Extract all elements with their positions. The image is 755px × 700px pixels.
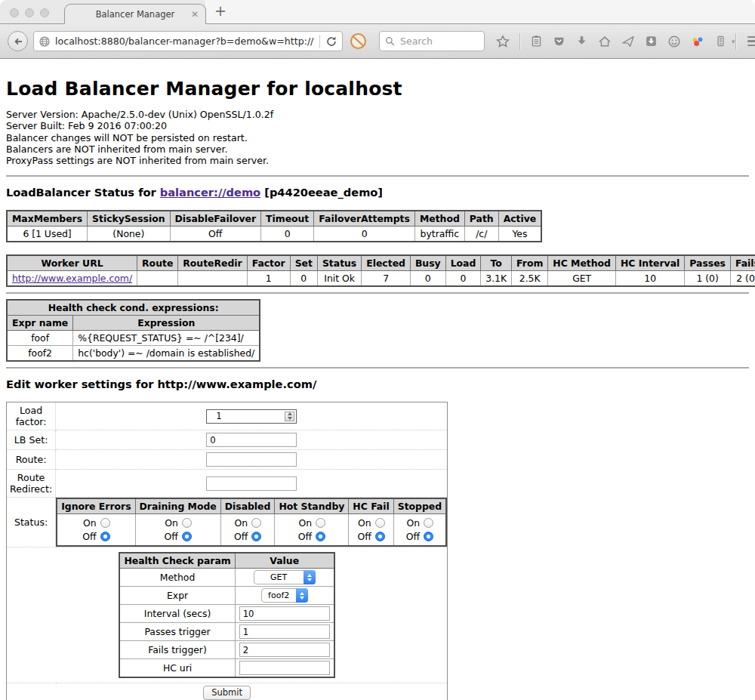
data-cell: 0: [314, 227, 415, 242]
divider: [6, 175, 749, 177]
save-page-icon[interactable]: [645, 35, 658, 48]
header-cell: Hot Standby: [275, 498, 349, 514]
form-row: HC uri: [119, 659, 334, 678]
send-icon[interactable]: [621, 35, 635, 48]
header-cell: Method: [414, 211, 464, 227]
expr-select[interactable]: foof2: [261, 588, 308, 603]
download-icon[interactable]: [575, 35, 588, 48]
search-bar[interactable]: [379, 31, 485, 51]
header-cell: HC Fail: [349, 498, 393, 514]
menu-icon[interactable]: [747, 36, 755, 46]
passes-input[interactable]: [239, 624, 330, 639]
data-cell: 1 (0): [685, 271, 731, 287]
back-icon: [12, 35, 24, 48]
expr-name-cell: foof: [7, 331, 73, 346]
radio-unselected[interactable]: [100, 518, 110, 528]
interval-input[interactable]: [239, 606, 330, 621]
radio-unselected[interactable]: [182, 518, 192, 528]
header-cell: Passes: [685, 255, 731, 271]
zoom-window-icon[interactable]: [40, 8, 49, 17]
passes-label: Passes trigger: [119, 623, 235, 641]
toolbar-divider: [519, 33, 520, 50]
health-check-params-cell: Health Check param Value Method GET: [7, 547, 448, 683]
data-cell: 0: [290, 271, 317, 287]
load-factor-input[interactable]: [214, 410, 289, 423]
home-icon[interactable]: [598, 35, 612, 48]
radio-selected[interactable]: [375, 532, 385, 541]
radio-label: On: [406, 517, 420, 529]
header-cell: Ignore Errors: [57, 498, 135, 514]
radio-unselected[interactable]: [375, 518, 385, 528]
submit-button[interactable]: Submit: [203, 686, 251, 700]
balancer-link[interactable]: balancer://demo: [160, 186, 260, 199]
table-header-row: Expr name Expression: [7, 316, 260, 331]
header-cell: Fails: [730, 255, 755, 271]
reload-icon[interactable]: [325, 35, 337, 48]
header-cell: Elected: [362, 255, 411, 271]
header-cell: Stopped: [393, 498, 446, 514]
edit-worker-form: Load factor: LB Set: Route: Route Redire…: [6, 402, 448, 700]
radio-selected[interactable]: [182, 532, 192, 541]
search-input[interactable]: [399, 35, 479, 48]
route-redirect-input[interactable]: [206, 476, 297, 491]
server-built-line: Server Built: Feb 9 2016 07:00:20: [6, 120, 749, 131]
data-cell: 0: [410, 271, 445, 287]
route-cell: [56, 450, 448, 470]
expr-value-cell: hc('body') =~ /domain is established/: [73, 346, 260, 362]
url-text[interactable]: localhost:8880/balancer-manager?b=demo&w…: [55, 35, 314, 47]
data-cell: 6 [1 Used]: [7, 227, 88, 242]
new-tab-button[interactable]: +: [214, 2, 226, 19]
data-cell: 2.5K: [512, 271, 548, 287]
header-cell: DisableFailover: [170, 211, 261, 227]
data-cell: Off: [170, 227, 261, 242]
radio-unselected[interactable]: [251, 518, 261, 528]
browser-tab[interactable]: Balancer Manager ✕: [64, 4, 206, 24]
hc-uri-input[interactable]: [239, 661, 330, 675]
heading-text: [p4420eeae_demo]: [260, 186, 383, 199]
url-bar[interactable]: localhost:8880/balancer-manager?b=demo&w…: [33, 31, 343, 51]
fails-cell: [235, 641, 334, 659]
clipboard-icon[interactable]: [530, 35, 543, 48]
worker-url-link[interactable]: http://www.example.com/: [12, 273, 132, 284]
table-row: 6 [1 Used] (None) Off 0 0 bytraffic /c/ …: [7, 227, 541, 242]
smiley-icon[interactable]: [667, 35, 681, 48]
radio-unselected[interactable]: [316, 518, 325, 528]
pocket-icon[interactable]: [553, 35, 565, 48]
data-cell: Init Ok: [317, 271, 361, 287]
radio-selected[interactable]: [251, 532, 261, 541]
radio-selected[interactable]: [100, 532, 110, 541]
header-cell: Status: [317, 255, 361, 271]
fails-input[interactable]: [239, 643, 330, 657]
tab-close-icon[interactable]: ✕: [191, 9, 199, 20]
search-icon: [384, 35, 396, 47]
ignore-errors-radios: OnOff: [57, 514, 135, 547]
radio-unselected[interactable]: [424, 518, 433, 528]
minimize-window-icon[interactable]: [25, 8, 34, 17]
expr-value-cell: %{REQUEST_STATUS} =~ /^[234]/: [73, 331, 260, 346]
health-check-expressions-table: Health check cond. expressions: Expr nam…: [6, 299, 260, 362]
battery-icon[interactable]: [714, 35, 727, 48]
star-icon[interactable]: [496, 35, 510, 48]
blocked-icon[interactable]: [350, 32, 367, 50]
window-controls[interactable]: [10, 8, 49, 17]
proxypass-notice-line: ProxyPass settings are NOT inherited fro…: [6, 155, 749, 166]
header-cell: Route: [137, 255, 178, 271]
radio-selected[interactable]: [424, 532, 433, 541]
divider: [6, 292, 749, 294]
form-row: Route:: [7, 450, 448, 470]
header-cell: StickySession: [88, 211, 170, 227]
route-input[interactable]: [206, 452, 297, 467]
back-button[interactable]: [8, 31, 28, 51]
data-cell: 0: [445, 271, 481, 287]
header-cell: FailoverAttempts: [314, 211, 415, 227]
form-row: Route Redirect:: [7, 470, 448, 498]
number-spinner-icon[interactable]: [285, 412, 294, 421]
close-window-icon[interactable]: [10, 8, 19, 17]
radio-selected[interactable]: [316, 532, 325, 541]
lb-set-input[interactable]: [206, 433, 297, 447]
colors-icon[interactable]: [691, 35, 704, 48]
radio-label: Off: [164, 531, 177, 542]
radio-label: Off: [298, 531, 312, 542]
worker-url-cell: http://www.example.com/: [7, 271, 137, 287]
method-select[interactable]: GET: [254, 570, 316, 584]
